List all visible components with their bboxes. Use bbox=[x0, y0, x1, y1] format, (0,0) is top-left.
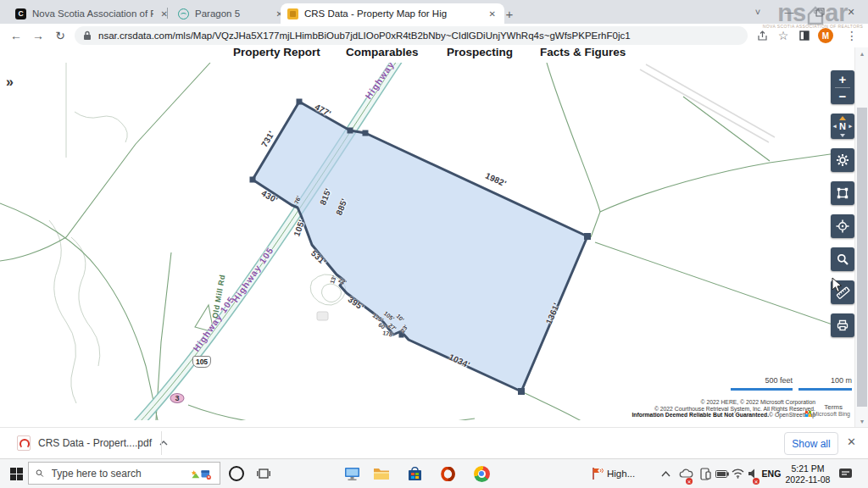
search-button[interactable] bbox=[831, 247, 854, 271]
rotate-left-icon[interactable]: ◂ bbox=[833, 123, 837, 130]
page-nav-menu: Property Report Comparables Prospecting … bbox=[0, 47, 854, 64]
map-canvas bbox=[0, 63, 854, 420]
attribution-line: © 2022 HERE, © 2022 Microsoft Corporatio… bbox=[632, 399, 815, 406]
scale-feet-bar bbox=[731, 388, 793, 391]
compass-north-arrow-icon bbox=[839, 116, 846, 120]
onedrive-icon[interactable]: ✕ bbox=[676, 459, 695, 488]
sidebar-expand-icon[interactable]: » bbox=[6, 75, 14, 90]
taskbar-search-box[interactable] bbox=[28, 462, 220, 485]
compass-control[interactable]: N ◂ ▸ bbox=[831, 114, 854, 139]
property-boundary bbox=[253, 102, 587, 391]
scroll-up-icon[interactable]: ▴ bbox=[855, 47, 868, 59]
search-icon bbox=[36, 468, 44, 479]
back-icon[interactable]: ← bbox=[7, 26, 25, 45]
forward-icon[interactable]: → bbox=[29, 26, 47, 45]
profile-avatar[interactable]: M bbox=[818, 28, 833, 43]
notification-icon[interactable] bbox=[835, 459, 855, 488]
close-download-bar-icon[interactable]: ✕ bbox=[847, 435, 856, 448]
rotate-right-icon[interactable]: ▸ bbox=[849, 123, 852, 130]
reload-icon[interactable]: ↻ bbox=[51, 26, 70, 45]
nav-property-report[interactable]: Property Report bbox=[233, 47, 320, 58]
restore-icon[interactable] bbox=[810, 2, 830, 22]
print-button[interactable] bbox=[831, 313, 854, 337]
share-icon[interactable] bbox=[754, 27, 771, 44]
scroll-down-icon[interactable]: ▾ bbox=[855, 415, 868, 427]
page-scrollbar[interactable]: ▴ ▾ bbox=[854, 47, 868, 427]
nav-comparables[interactable]: Comparables bbox=[346, 47, 419, 58]
close-tab-icon[interactable]: ✕ bbox=[487, 9, 498, 19]
tray-expand-icon[interactable] bbox=[658, 459, 673, 488]
microsoft-bing-logo: Microsoft Bing bbox=[805, 411, 850, 417]
show-all-button[interactable]: Show all bbox=[784, 432, 838, 455]
taskbar: High... ✕ ✕ ✕ ENG 5:21 PM 2022-11-08 bbox=[0, 458, 868, 488]
bookmark-star-icon[interactable]: ☆ bbox=[775, 27, 792, 44]
url-text: nsar.crsdata.com/mls/Map/VQzJHa5X177mjLH… bbox=[98, 30, 631, 41]
close-tab-icon[interactable]: ✕ bbox=[159, 9, 170, 19]
download-filename: CRS Data - Propert....pdf bbox=[38, 437, 152, 449]
task-view-icon[interactable] bbox=[253, 459, 275, 488]
browser-toolbar: ← → ↻ nsar.crsdata.com/mls/Map/VQzJHa5X1… bbox=[0, 24, 868, 48]
zoom-out-button[interactable]: − bbox=[831, 88, 854, 104]
measure-button[interactable] bbox=[831, 280, 854, 304]
scale-m-label: 100 m bbox=[798, 376, 852, 385]
map-control-panel: + − N ◂ ▸ bbox=[831, 70, 854, 337]
pc-app-icon[interactable] bbox=[341, 459, 363, 488]
clock-time: 5:21 PM bbox=[784, 463, 832, 474]
tab-title: Paragon 5 bbox=[195, 8, 269, 19]
tab-title: Nova Scotia Association of Realt bbox=[32, 8, 153, 19]
search-input[interactable] bbox=[50, 467, 185, 480]
download-item[interactable]: CRS Data - Propert....pdf bbox=[8, 432, 176, 454]
compass-down-icon bbox=[840, 134, 845, 137]
scrollbar-thumb[interactable] bbox=[857, 108, 867, 407]
office-icon[interactable] bbox=[437, 459, 459, 488]
language-label[interactable]: ENG bbox=[760, 459, 783, 488]
microsoft-store-icon[interactable] bbox=[403, 459, 426, 488]
tray-flag-icon[interactable] bbox=[589, 459, 606, 488]
map-attribution: © 2022 HERE, © 2022 Microsoft Corporatio… bbox=[632, 399, 815, 419]
cortana-icon[interactable] bbox=[225, 459, 248, 488]
property-map[interactable]: 477'731'815'885'430'76'105'531'13'22'395… bbox=[0, 63, 854, 420]
zoom-control: + − bbox=[831, 70, 854, 104]
divider bbox=[161, 431, 162, 455]
tab-title: CRS Data - Property Map for Hig bbox=[304, 8, 481, 19]
wifi-icon[interactable] bbox=[729, 459, 746, 488]
weather-doodle-icon bbox=[191, 464, 213, 483]
tray-app-label[interactable]: High... bbox=[607, 459, 644, 488]
start-button[interactable] bbox=[7, 459, 25, 488]
tab-search-icon[interactable]: ˅ bbox=[748, 2, 768, 22]
phone-link-icon[interactable] bbox=[697, 459, 714, 488]
tab-divider bbox=[167, 8, 168, 19]
tab-nsar[interactable]: C Nova Scotia Association of Realt ✕ bbox=[8, 3, 176, 24]
microsoft-logo-icon bbox=[805, 411, 811, 417]
address-bar[interactable]: nsar.crsdata.com/mls/Map/VQzJHa5X177mjLH… bbox=[75, 26, 748, 45]
locate-button[interactable] bbox=[831, 214, 854, 238]
battery-icon bbox=[714, 459, 731, 488]
tab-strip: C Nova Scotia Association of Realt ✕ Par… bbox=[0, 0, 868, 24]
paragon-favicon-icon bbox=[178, 8, 189, 19]
nav-facts-figures[interactable]: Facts & Figures bbox=[540, 47, 626, 58]
minimize-icon[interactable]: — bbox=[779, 2, 799, 22]
file-explorer-icon[interactable] bbox=[370, 459, 393, 488]
nsar-favicon-icon: C bbox=[15, 8, 26, 19]
compass-n: N bbox=[839, 121, 846, 131]
clock[interactable]: 5:21 PM 2022-11-08 bbox=[784, 463, 832, 485]
attribution-line: Information Deemed Reliable But Not Guar… bbox=[632, 412, 815, 419]
close-icon[interactable]: ✕ bbox=[841, 2, 861, 22]
new-tab-button[interactable]: + bbox=[500, 4, 519, 23]
volume-muted-icon[interactable]: ✕ ✕ bbox=[744, 459, 761, 488]
scale-m-bar bbox=[798, 388, 852, 391]
crs-favicon-icon bbox=[287, 8, 298, 19]
chrome-icon[interactable] bbox=[469, 459, 494, 488]
menu-kebab-icon[interactable]: ⋮ bbox=[843, 27, 860, 44]
tab-crs-data-active[interactable]: CRS Data - Property Map for Hig ✕ bbox=[281, 3, 504, 24]
zoom-in-button[interactable]: + bbox=[831, 71, 854, 87]
nav-prospecting[interactable]: Prospecting bbox=[447, 47, 513, 58]
download-bar: CRS Data - Propert....pdf Show all ✕ bbox=[0, 427, 868, 458]
tab-paragon[interactable]: Paragon 5 ✕ bbox=[171, 3, 292, 24]
terms-link[interactable]: Terms bbox=[824, 403, 843, 411]
select-area-button[interactable] bbox=[831, 181, 854, 205]
settings-button[interactable] bbox=[831, 148, 854, 172]
route-marker: 105 bbox=[192, 356, 211, 368]
extension-icon[interactable] bbox=[796, 27, 813, 44]
screen: C Nova Scotia Association of Realt ✕ Par… bbox=[0, 0, 868, 488]
